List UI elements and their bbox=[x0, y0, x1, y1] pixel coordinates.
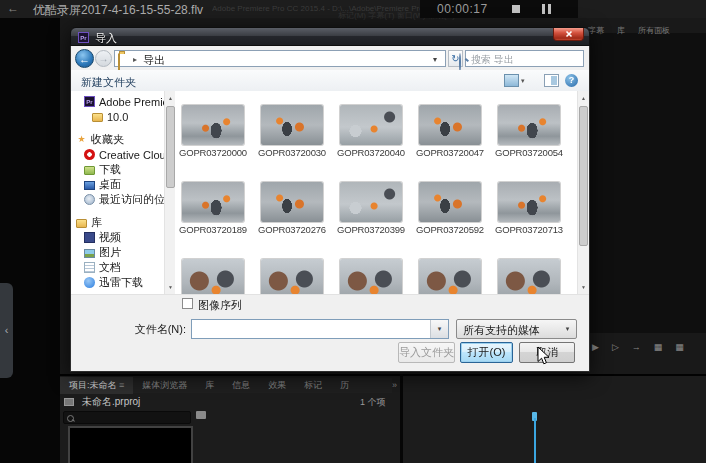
panel-tab[interactable]: 效果 bbox=[259, 377, 295, 394]
filename-label: 文件名(N): bbox=[91, 322, 186, 337]
tab-overflow-icon[interactable]: » bbox=[392, 380, 397, 390]
file-item[interactable]: GOPR03720040 bbox=[333, 105, 409, 158]
file-label: GOPR03720030 bbox=[254, 147, 330, 158]
sidebar-scrollbar[interactable]: ▲ ▼ bbox=[164, 91, 175, 294]
search-input[interactable] bbox=[469, 52, 569, 67]
workspace-tab[interactable]: 库 bbox=[617, 25, 625, 36]
dialog-toolbar: 新建文件夹 ▾ ? bbox=[71, 70, 589, 92]
screen: 字幕库所有面板 ▶▷→▦▦ Adobe Premiere Pro CC 2015… bbox=[0, 0, 706, 463]
filename-input[interactable] bbox=[194, 322, 428, 338]
back-icon[interactable]: ← bbox=[7, 1, 19, 15]
search-icon bbox=[67, 415, 74, 422]
project-panel-tabs: 项目:未命名 ≡媒体浏览器库信息效果标记历 bbox=[60, 378, 392, 393]
sidebar-item-desktop[interactable]: 桌面 bbox=[71, 177, 164, 192]
file-thumbnail bbox=[261, 259, 323, 294]
preview-pane-icon[interactable] bbox=[544, 74, 559, 87]
panel-tab[interactable]: 历 bbox=[331, 377, 358, 394]
nav-back-button[interactable]: ← bbox=[75, 49, 94, 68]
file-thumbnail bbox=[182, 105, 244, 145]
project-file-row[interactable]: 未命名.prproj bbox=[64, 395, 140, 409]
sidebar-item-label: 库 bbox=[91, 215, 102, 230]
file-thumbnail bbox=[498, 259, 560, 294]
new-bin-icon[interactable] bbox=[196, 411, 206, 419]
breadcrumb-folder[interactable]: 导出 bbox=[143, 53, 165, 68]
panel-tab[interactable]: 项目:未命名 ≡ bbox=[60, 377, 133, 394]
file-item[interactable]: GOPR03720047 bbox=[412, 105, 488, 158]
lift-icon[interactable]: ▦ bbox=[654, 342, 663, 352]
panel-tab[interactable]: 信息 bbox=[223, 377, 259, 394]
import-folder-button[interactable]: 导入文件夹 bbox=[398, 342, 455, 363]
image-sequence-label: 图像序列 bbox=[198, 298, 242, 313]
extract-icon[interactable]: ▦ bbox=[675, 342, 684, 352]
sidebar-item-creative-cloud[interactable]: Creative Cloud bbox=[71, 147, 164, 162]
sidebar-item-recent[interactable]: 最近访问的位置 bbox=[71, 192, 164, 207]
scrollbar-thumb[interactable] bbox=[166, 106, 175, 188]
file-item[interactable]: GOPR03720030 bbox=[254, 105, 330, 158]
new-folder-button[interactable]: 新建文件夹 bbox=[81, 75, 136, 90]
slideout-handle[interactable]: ‹ bbox=[0, 283, 13, 378]
sidebar-item-star[interactable]: ★收藏夹 bbox=[71, 132, 164, 147]
panel-menu-icon[interactable]: ≡ bbox=[117, 380, 125, 390]
pause-icon[interactable] bbox=[542, 4, 545, 14]
chevron-left-icon: ‹ bbox=[5, 324, 9, 336]
sidebar-item-folder[interactable]: 10.0 bbox=[71, 109, 164, 124]
premiere-app-icon: Pr bbox=[78, 32, 89, 43]
file-item[interactable]: GOPR03720276 bbox=[254, 182, 330, 235]
chevron-down-icon[interactable]: ▾ bbox=[521, 77, 525, 85]
pause-icon[interactable] bbox=[548, 4, 551, 14]
panel-divider[interactable] bbox=[400, 374, 403, 463]
sidebar-item-libraries[interactable]: 库 bbox=[71, 215, 164, 230]
workspace-tab[interactable]: 所有面板 bbox=[638, 25, 670, 36]
chevron-down-icon[interactable]: ▾ bbox=[433, 55, 437, 64]
panel-tab[interactable]: 媒体浏览器 bbox=[133, 377, 196, 394]
project-search-input[interactable] bbox=[63, 411, 191, 424]
chevron-down-icon[interactable]: ▾ bbox=[430, 320, 448, 338]
file-item[interactable] bbox=[254, 259, 330, 294]
panel-tab[interactable]: 标记 bbox=[295, 377, 331, 394]
file-item[interactable] bbox=[491, 259, 567, 294]
file-item[interactable]: GOPR03720000 bbox=[175, 105, 251, 158]
sidebar-item-downloads[interactable]: 下载 bbox=[71, 162, 164, 177]
file-label: GOPR03720047 bbox=[412, 147, 488, 158]
folder-icon bbox=[92, 113, 103, 122]
sidebar-item-documents[interactable]: 文档 bbox=[71, 260, 164, 275]
filelist-scrollbar[interactable]: ▲ ▼ bbox=[577, 91, 589, 294]
panel-tab[interactable]: 库 bbox=[196, 377, 223, 394]
dialog-sidebar: PrAdobe Premiere10.0★收藏夹Creative Cloud下载… bbox=[71, 91, 164, 294]
stop-icon[interactable] bbox=[512, 5, 520, 13]
star-icon: ★ bbox=[76, 134, 87, 145]
file-item[interactable]: GOPR03720713 bbox=[491, 182, 567, 235]
play-proxy-icon[interactable]: ▷ bbox=[612, 342, 619, 352]
file-item[interactable] bbox=[175, 259, 251, 294]
open-button[interactable]: 打开(O) bbox=[460, 342, 513, 363]
file-thumbnail bbox=[340, 259, 402, 294]
file-item[interactable]: GOPR03720592 bbox=[412, 182, 488, 235]
file-item[interactable]: GOPR03720054 bbox=[491, 105, 567, 158]
workspace-tab[interactable]: 字幕 bbox=[588, 25, 604, 36]
dialog-title-bar[interactable]: Pr 导入 bbox=[70, 27, 590, 46]
sidebar-item-premiere[interactable]: PrAdobe Premiere bbox=[71, 94, 164, 109]
change-view-icon[interactable] bbox=[504, 74, 519, 87]
close-button[interactable] bbox=[553, 28, 584, 41]
breadcrumb[interactable]: ▸ 导出 ▾ bbox=[114, 50, 446, 67]
export-frame-icon[interactable]: → bbox=[632, 342, 641, 352]
nav-forward-button[interactable]: → bbox=[95, 50, 112, 67]
scroll-down-icon[interactable]: ▼ bbox=[578, 280, 589, 294]
scrollbar-thumb[interactable] bbox=[579, 106, 588, 246]
sidebar-item-thunder[interactable]: 迅雷下载 bbox=[71, 275, 164, 290]
file-item[interactable] bbox=[333, 259, 409, 294]
forward-icon: → bbox=[99, 53, 109, 64]
project-item-thumbnail[interactable] bbox=[68, 426, 193, 463]
file-thumbnail bbox=[182, 259, 244, 294]
sidebar-item-videos[interactable]: 视频 bbox=[71, 230, 164, 245]
sidebar-item-pictures[interactable]: 图片 bbox=[71, 245, 164, 260]
help-button[interactable]: ? bbox=[565, 74, 578, 87]
file-type-dropdown[interactable]: 所有支持的媒体 ▾ bbox=[456, 319, 577, 339]
monitor-transport-controls: ▶▷→▦▦ bbox=[592, 342, 684, 352]
play-icon[interactable]: ▶ bbox=[592, 342, 599, 352]
image-sequence-checkbox[interactable] bbox=[182, 298, 193, 309]
file-item[interactable]: GOPR03720189 bbox=[175, 182, 251, 235]
scroll-up-icon[interactable]: ▲ bbox=[578, 91, 589, 105]
file-item[interactable]: GOPR03720399 bbox=[333, 182, 409, 235]
file-item[interactable] bbox=[412, 259, 488, 294]
